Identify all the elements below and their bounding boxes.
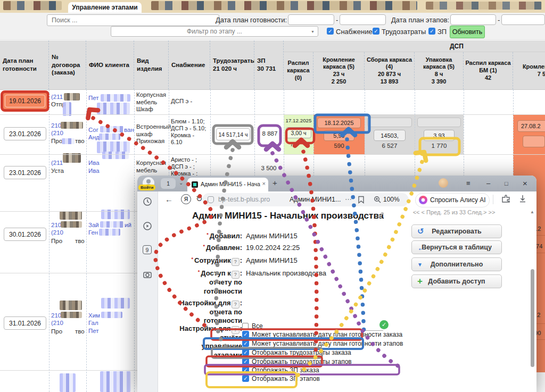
stage-date-input[interactable]: 27.08.2 [517,120,545,132]
date-plan-input[interactable]: 30.01.2026 [4,228,46,241]
edit-button[interactable]: ↺ Редактировать [411,224,502,238]
maximize-icon[interactable]: □ [505,179,508,188]
stage-filter-select[interactable]: Фильтр по этапу ... ▼ [111,26,318,37]
date-stages-from-input[interactable] [450,14,496,25]
date-ready-to-input[interactable] [340,14,386,25]
col-header-supply[interactable]: Снабжение [169,40,210,89]
stage-header-sborka[interactable]: Сборка каркаса (4) 20 873 ч 13 893 [365,52,415,89]
add-access-button[interactable]: + Добавить доступ [411,274,502,288]
order-link[interactable]: 210 [51,312,61,319]
scroll-up-icon[interactable]: ▲ [530,210,534,214]
col-header-client[interactable]: ФИО клиента [86,40,134,89]
col-header-labor[interactable]: Трудозатраты21 020 ч [210,40,254,89]
close-icon[interactable]: × [262,180,266,187]
client-link[interactable]: Анд [88,134,100,140]
site-settings-icon[interactable] [208,196,214,203]
client-link[interactable]: Пет [88,328,99,334]
order-link[interactable]: (211 [51,94,63,100]
date-plan-input[interactable]: 31.01.2026 [4,316,46,330]
scrollbar-thumb[interactable] [531,269,534,367]
pagination[interactable]: << < Пред. 25 из 33 След.> >> [406,209,502,215]
history-icon[interactable] [143,197,152,208]
setting-checkbox-1[interactable]: ✓ [242,340,249,347]
col-header-order[interactable]: № договора (заказа) [49,40,86,89]
client-link[interactable]: ий [125,222,131,228]
tab-stage-management[interactable]: Управление этапами [68,2,142,13]
browser-active-tab[interactable]: Админ МИНИ15 - Нача × [187,178,268,191]
extensions-icon[interactable] [501,195,510,205]
col-header-salary[interactable]: ЗП30 731 [254,40,284,89]
close-window-icon[interactable]: × [523,179,527,188]
stage-hours-input[interactable]: 3,00 ч [286,127,311,138]
new-tab-icon[interactable]: + [272,178,277,187]
order-link[interactable]: (211 [51,160,63,166]
help-icon[interactable]: ? [232,258,240,266]
date-plan-input[interactable]: 23.01.2026 [4,127,46,140]
stage-hours-input[interactable]: 5,90 [324,130,354,141]
order-link[interactable]: (210 [51,130,63,136]
more-options-button[interactable]: ▼ Дополнительно [411,257,502,271]
stage-hours-input[interactable]: 14503, [374,130,406,141]
client-link[interactable]: Сог [88,127,98,133]
address-bar[interactable]: bp-test.b-plus.pro Админ МИНИ1... ⋯ 100% [202,193,409,206]
salary-checkbox[interactable]: ✓ [428,28,435,35]
setting-checkbox-2[interactable]: ✓ [242,349,249,356]
date-cell-highlighted[interactable]: 19.01.2026 [1,90,49,112]
setting-checkbox-5[interactable]: ✓ [242,375,249,382]
setting-checkbox-4[interactable]: ✓ [242,366,249,373]
stage-hours-input[interactable] [523,136,545,147]
back-to-table-button[interactable]: ← Вернуться в таблицу [411,240,502,254]
order-link[interactable]: 210 [51,222,61,228]
stage-date-input-empty[interactable] [417,118,461,127]
login-badge[interactable]: Войти [138,185,155,190]
more-icon[interactable]: ⋯ [345,195,352,203]
col-header-date[interactable]: Дата план готовности [0,40,49,89]
stage-hours-input[interactable]: 3,93 [424,130,455,141]
client-link[interactable]: Ген [88,229,98,236]
help-icon[interactable]: ? [232,326,240,334]
profile-emoji[interactable] [439,178,448,188]
help-icon[interactable]: ? [232,301,240,308]
refresh-button[interactable]: Обновить [450,26,485,38]
play-icon[interactable] [143,221,152,233]
client-link[interactable]: Гал [88,320,98,326]
client-link[interactable]: ван [124,127,134,133]
setting-checkbox-3[interactable]: ✓ [242,358,249,365]
date-ready-from-input[interactable] [288,14,334,25]
bookmark-icon[interactable] [358,196,365,206]
download-icon[interactable] [518,194,527,205]
client-link[interactable]: Зай [88,222,99,228]
order-link[interactable]: (210 [51,229,63,236]
minimize-icon[interactable]: – [486,179,490,188]
client-link[interactable]: Пет [88,95,99,101]
labor-value-input[interactable]: 14 517,14 ч [216,128,250,140]
client-link[interactable]: Ива [88,168,100,174]
stage-header-upakovka[interactable]: Упаковка каркаса (5) 8 ч 3 390 [415,52,464,89]
labor-checkbox[interactable]: ✓ [373,28,379,35]
stage-header-raspil[interactable]: Распил каркаса (0) [284,52,313,89]
setting-checkbox-0[interactable]: ✓ [242,331,249,338]
client-link[interactable]: Хим [88,312,100,319]
client-link[interactable]: Ива [88,160,100,166]
order-link[interactable]: 210 [51,122,61,129]
order-link[interactable]: (210 [51,320,63,326]
zoom-icon[interactable] [374,196,381,205]
stage-date-input[interactable]: 18.12.2025 [317,118,361,128]
reload-icon[interactable]: ↻ [196,194,203,204]
alice-button[interactable]: Спросить Алису AI [415,193,490,207]
stage-date-input-empty[interactable] [367,118,412,127]
stage-header-kromlenie19[interactable]: Кромление (19) 7 556 [513,52,545,89]
menu-icon[interactable]: ≡ [466,179,470,188]
resize-icon[interactable] [377,211,385,221]
back-icon[interactable]: ← [165,195,173,204]
yandex-icon[interactable]: Я [181,194,191,204]
help-icon[interactable]: ? [232,271,240,279]
date-plan-input[interactable]: 23.01.2026 [4,166,46,179]
col-header-product[interactable]: Вид изделия [134,40,169,89]
chevron-down-icon[interactable]: ⌄ [179,180,183,186]
stage-header-kromlenie[interactable]: Кромление каркаса (5) 23 ч 2 250 [313,52,365,89]
stage-header-raspil-bm[interactable]: Распил каркаса БМ (1) 42 [464,52,513,89]
search-input[interactable] [47,14,219,26]
supply-checkbox[interactable]: ✓ [327,28,334,35]
all-checkbox[interactable] [242,323,249,329]
